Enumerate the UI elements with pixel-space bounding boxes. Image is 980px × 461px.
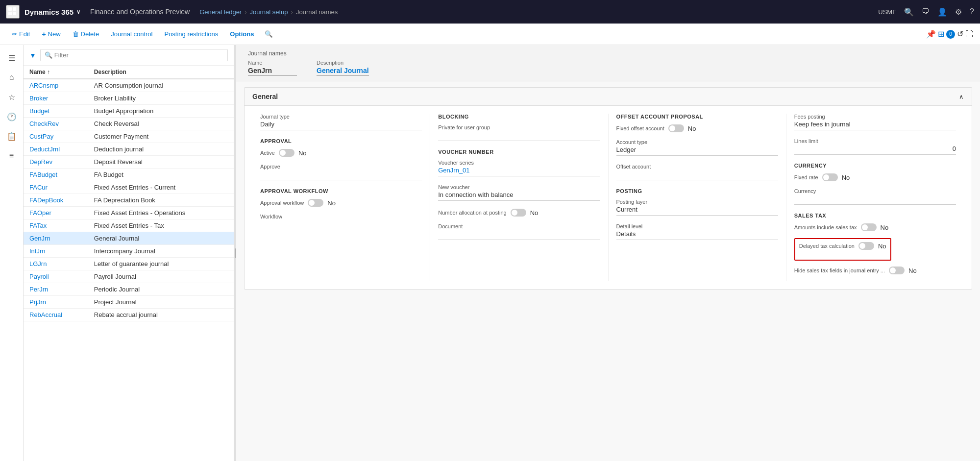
- search-icon-top[interactable]: 🔍: [904, 7, 914, 17]
- recent-icon-btn[interactable]: 🕐: [3, 108, 21, 125]
- list-item[interactable]: BrokerBroker Liability: [24, 92, 234, 105]
- delayed-tax-toggle[interactable]: [858, 242, 874, 250]
- breadcrumb-item-0[interactable]: General ledger: [199, 8, 242, 16]
- posting-restrictions-label: Posting restrictions: [164, 30, 218, 38]
- list-item[interactable]: FACurFixed Asset Entries - Current: [24, 181, 234, 194]
- message-icon[interactable]: 🗨: [922, 7, 930, 16]
- document-value: [438, 230, 600, 240]
- new-button[interactable]: + New: [37, 28, 65, 41]
- hamburger-icon-btn[interactable]: ☰: [3, 49, 21, 67]
- account-type-value: Ledger: [616, 146, 778, 156]
- app-grid-button[interactable]: [6, 5, 20, 19]
- settings-icon[interactable]: ⚙: [955, 7, 962, 17]
- list-item[interactable]: PayrollPayroll Journal: [24, 270, 234, 283]
- trash-icon: 🗑: [73, 30, 79, 38]
- lines-limit-value: 0: [794, 145, 956, 155]
- journal-names-title: Journal names: [248, 50, 968, 57]
- amounts-include-toggle[interactable]: [861, 223, 877, 231]
- journal-type-label: Journal type: [260, 114, 422, 120]
- number-allocation-toggle[interactable]: [511, 209, 526, 217]
- toolbar-search-button[interactable]: 🔍: [261, 28, 277, 40]
- list-item[interactable]: DeductJrnlDeduction journal: [24, 143, 234, 156]
- home-icon-btn[interactable]: ⌂: [3, 69, 21, 86]
- col-name-header[interactable]: Name ↑: [24, 66, 88, 79]
- app-title: Finance and Operations Preview: [90, 8, 190, 16]
- options-button[interactable]: Options: [225, 28, 259, 40]
- section-header-general[interactable]: General ∧: [245, 88, 972, 106]
- delete-button[interactable]: 🗑 Delete: [68, 28, 104, 40]
- active-value: No: [298, 149, 307, 157]
- fees-posting-field: Fees posting Keep fees in journal: [794, 114, 956, 130]
- edit-button[interactable]: ✏ Edit: [7, 28, 35, 40]
- list-item-description: General Journal: [88, 232, 234, 245]
- search-input[interactable]: [54, 51, 223, 59]
- list-item[interactable]: DepRevDeposit Reversal: [24, 156, 234, 169]
- name-label: Name: [248, 60, 297, 66]
- delayed-tax-value: No: [878, 243, 886, 250]
- voucher-series-value: GenJrn_01: [438, 167, 600, 176]
- amounts-include-value: No: [881, 224, 889, 231]
- fixed-rate-toggle-row: Fixed rate No: [794, 173, 956, 181]
- journal-control-button[interactable]: Journal control: [106, 28, 157, 40]
- list-item-description: FA Budget: [88, 169, 234, 181]
- section-title-general: General: [252, 93, 278, 100]
- user-icon[interactable]: 👤: [937, 7, 947, 17]
- list-item[interactable]: ARCnsmpAR Consumption journal: [24, 79, 234, 92]
- detail-level-label: Detail level: [616, 223, 778, 229]
- list-item-name: DepRev: [24, 156, 88, 169]
- search-box: 🔍: [40, 49, 228, 61]
- journal-control-label: Journal control: [111, 30, 152, 38]
- list-item[interactable]: RebAccrualRebate accrual journal: [24, 309, 234, 321]
- fullscreen-icon[interactable]: ⛶: [965, 30, 973, 39]
- posting-restrictions-button[interactable]: Posting restrictions: [159, 28, 223, 40]
- list-item[interactable]: FAOperFixed Asset Entries - Operations: [24, 207, 234, 219]
- list-item[interactable]: GenJrnGeneral Journal: [24, 232, 234, 245]
- list-item[interactable]: BudgetBudget Appropriation: [24, 105, 234, 118]
- list-item[interactable]: FABudgetFA Budget: [24, 169, 234, 181]
- favorites-icon-btn[interactable]: ☆: [3, 88, 21, 106]
- breadcrumb-item-1[interactable]: Journal setup: [250, 8, 288, 16]
- approval-workflow-toggle-row: Approval workflow No: [260, 199, 422, 207]
- pin-icon[interactable]: 📌: [926, 29, 936, 39]
- hide-sales-tax-value: No: [908, 267, 917, 274]
- list-item-name: DeductJrnl: [24, 143, 88, 156]
- list-item[interactable]: FATaxFixed Asset Entries - Tax: [24, 219, 234, 232]
- list-item-description: Payroll Journal: [88, 270, 234, 283]
- fees-posting-label: Fees posting: [794, 114, 956, 120]
- toolbar: ✏ Edit + New 🗑 Delete Journal control Po…: [0, 24, 980, 45]
- list-item[interactable]: CustPayCustomer Payment: [24, 130, 234, 143]
- hide-sales-tax-toggle[interactable]: [889, 267, 905, 274]
- workspaces-icon-btn[interactable]: 📋: [3, 127, 21, 145]
- list-icon-btn[interactable]: ≡: [3, 147, 21, 165]
- list-item[interactable]: PerJrnPeriodic Journal: [24, 283, 234, 296]
- svg-rect-3: [13, 12, 16, 15]
- approval-workflow-toggle[interactable]: [308, 199, 323, 207]
- list-item-description: Deduction journal: [88, 143, 234, 156]
- filter-icon[interactable]: ▼: [29, 51, 36, 59]
- breadcrumb-item-2[interactable]: Journal names: [296, 8, 338, 16]
- list-item-name: IntJrn: [24, 245, 88, 258]
- list-item[interactable]: IntJrnIntercompany Journal: [24, 245, 234, 258]
- list-item[interactable]: CheckRevCheck Reversal: [24, 118, 234, 130]
- header-fields-row: Name GenJrn Description General Journal: [248, 60, 968, 76]
- form-columns: Journal type Daily APPROVAL Active No Ap…: [252, 114, 964, 281]
- offset-account-proposal-title: OFFSET ACCOUNT PROPOSAL: [616, 114, 778, 120]
- form-col-1: Journal type Daily APPROVAL Active No Ap…: [252, 114, 430, 281]
- list-item-description: Budget Appropriation: [88, 105, 234, 118]
- fixed-offset-toggle[interactable]: [668, 124, 684, 132]
- list-item[interactable]: FADepBookFA Depreciation Book: [24, 194, 234, 207]
- brand-name: Dynamics 365: [24, 8, 74, 16]
- refresh-icon[interactable]: ↺: [957, 29, 963, 39]
- active-toggle[interactable]: [279, 149, 294, 157]
- help-icon[interactable]: ?: [970, 7, 974, 16]
- approval-title: APPROVAL: [260, 138, 422, 144]
- list-item-name: PrjJrn: [24, 296, 88, 309]
- list-item[interactable]: PrjJrnProject Journal: [24, 296, 234, 309]
- journal-type-value: Daily: [260, 121, 422, 130]
- list-item[interactable]: LGJrnLetter of guarantee journal: [24, 258, 234, 270]
- fixed-rate-toggle[interactable]: [822, 173, 838, 181]
- brand-title[interactable]: Dynamics 365 ∨: [24, 8, 80, 16]
- posting-layer-label: Posting layer: [616, 199, 778, 205]
- ms-icon[interactable]: ⊞: [938, 29, 944, 39]
- col-desc-header[interactable]: Description: [88, 66, 234, 79]
